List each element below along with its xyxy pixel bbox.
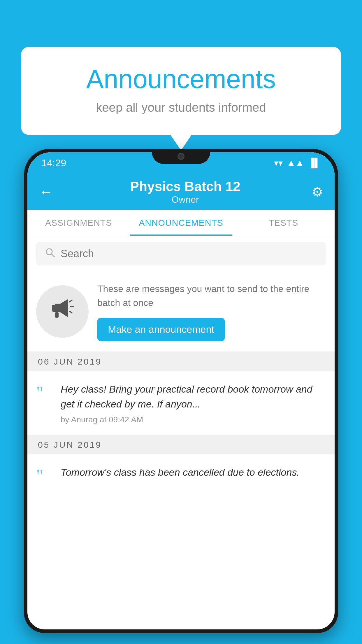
phone-mockup: 14:29 ▾▾ ▲▲ ▐▌ ← Physics Batch 12 Owner … <box>24 149 338 644</box>
svg-line-6 <box>70 311 72 313</box>
status-icons: ▾▾ ▲▲ ▐▌ <box>274 158 321 168</box>
svg-rect-7 <box>55 312 59 318</box>
search-bar[interactable] <box>36 242 326 265</box>
promo-block: These are messages you want to send to t… <box>27 271 335 352</box>
promo-description: These are messages you want to send to t… <box>97 282 326 310</box>
announcement-item-1: " Hey class! Bring your practical record… <box>27 371 335 435</box>
bubble-subtitle: keep all your students informed <box>44 101 318 115</box>
quote-icon-2: " <box>36 467 54 484</box>
make-announcement-button[interactable]: Make an announcement <box>97 318 225 341</box>
search-input[interactable] <box>61 248 317 260</box>
phone-screen: 14:29 ▾▾ ▲▲ ▐▌ ← Physics Batch 12 Owner … <box>27 152 335 629</box>
app-bar-title: Physics Batch 12 <box>59 178 312 194</box>
date-separator-2: 05 JUN 2019 <box>27 435 335 454</box>
search-container <box>27 236 335 271</box>
app-bar-center: Physics Batch 12 Owner <box>59 178 312 205</box>
announcement-text-2: Tomorrow's class has been cancelled due … <box>61 465 326 480</box>
promo-icon-circle <box>36 285 89 338</box>
announcement-item-2: " Tomorrow's class has been cancelled du… <box>27 454 335 495</box>
svg-line-1 <box>51 254 54 257</box>
back-button[interactable]: ← <box>39 184 53 200</box>
camera-notch <box>178 153 184 160</box>
wifi-icon: ▾▾ <box>274 158 283 168</box>
settings-button[interactable]: ⚙ <box>312 184 323 199</box>
search-icon <box>45 247 55 260</box>
speech-bubble-card: Announcements keep all your students inf… <box>21 47 341 135</box>
announcement-meta-1: by Anurag at 09:42 AM <box>61 415 326 424</box>
tab-announcements[interactable]: ANNOUNCEMENTS <box>130 210 232 236</box>
announcement-content-1: Hey class! Bring your practical record b… <box>61 382 326 424</box>
announcement-content-2: Tomorrow's class has been cancelled due … <box>61 465 326 483</box>
svg-rect-3 <box>52 305 59 312</box>
promo-header-section: Announcements keep all your students inf… <box>21 47 341 135</box>
quote-icon-1: " <box>36 384 54 401</box>
app-bar-subtitle: Owner <box>59 194 312 205</box>
tab-assignments[interactable]: ASSIGNMENTS <box>27 210 130 236</box>
tab-bar: ASSIGNMENTS ANNOUNCEMENTS TESTS <box>27 210 335 236</box>
phone-frame: 14:29 ▾▾ ▲▲ ▐▌ ← Physics Batch 12 Owner … <box>24 149 338 633</box>
signal-icon: ▲▲ <box>287 158 304 168</box>
phone-notch <box>152 149 210 164</box>
battery-icon: ▐▌ <box>308 158 321 168</box>
announcement-text-1: Hey class! Bring your practical record b… <box>61 382 326 412</box>
tab-tests[interactable]: TESTS <box>232 210 335 236</box>
megaphone-icon <box>49 295 75 327</box>
bubble-title: Announcements <box>44 64 318 94</box>
date-separator-1: 06 JUN 2019 <box>27 352 335 371</box>
svg-line-4 <box>70 300 72 302</box>
app-bar: ← Physics Batch 12 Owner ⚙ <box>27 173 335 210</box>
promo-right: These are messages you want to send to t… <box>97 282 326 341</box>
status-time: 14:29 <box>41 157 66 169</box>
